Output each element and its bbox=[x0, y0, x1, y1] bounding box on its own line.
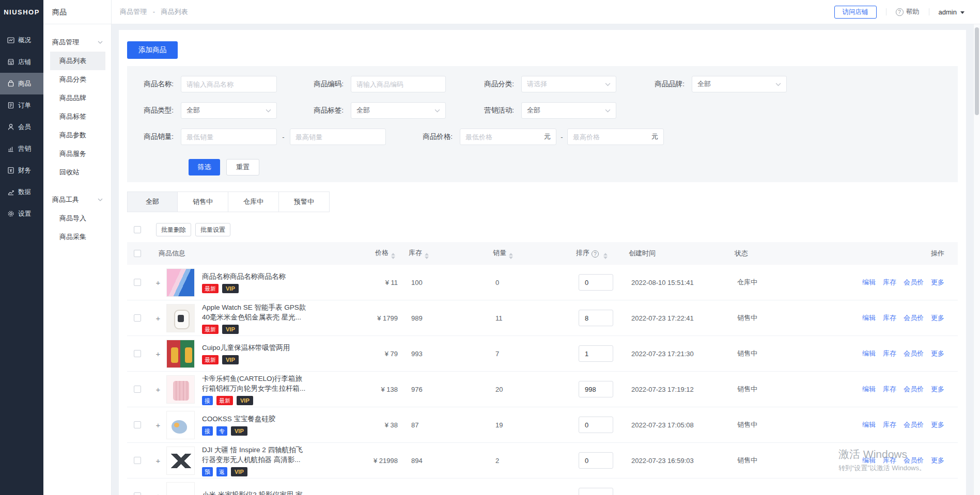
product-image[interactable] bbox=[166, 375, 195, 404]
product-image[interactable] bbox=[166, 268, 195, 297]
member-price-link[interactable]: 会员价 bbox=[904, 314, 924, 322]
sort-sorter[interactable] bbox=[603, 253, 608, 259]
sort-help-icon[interactable]: ? bbox=[592, 250, 599, 258]
edit-link[interactable]: 编辑 bbox=[862, 421, 876, 428]
visit-shop-button[interactable]: 访问店铺 bbox=[834, 6, 877, 19]
row-checkbox[interactable] bbox=[134, 457, 141, 464]
sidebar-item-goods-list[interactable]: 商品列表 bbox=[50, 52, 105, 70]
edit-link[interactable]: 编辑 bbox=[862, 385, 876, 393]
stock-sorter[interactable] bbox=[425, 253, 429, 259]
filter-reset-button[interactable]: 重置 bbox=[226, 159, 259, 175]
tag-select[interactable]: 全部 bbox=[351, 102, 446, 119]
rail-item-data[interactable]: 数据 bbox=[0, 181, 43, 203]
stock-link[interactable]: 库存 bbox=[883, 278, 896, 286]
member-price-link[interactable]: 会员价 bbox=[904, 385, 924, 393]
stock-link[interactable]: 库存 bbox=[883, 421, 896, 428]
submenu-group-goods-tools[interactable]: 商品工具 bbox=[43, 190, 111, 209]
sidebar-item-goods-category[interactable]: 商品分类 bbox=[50, 70, 105, 89]
product-image[interactable] bbox=[166, 482, 195, 495]
type-select[interactable]: 全部 bbox=[181, 102, 277, 119]
edit-link[interactable]: 编辑 bbox=[862, 314, 876, 322]
stock-link[interactable]: 库存 bbox=[883, 349, 896, 357]
brand-select[interactable]: 全部 bbox=[692, 76, 787, 92]
sidebar-item-goods-params[interactable]: 商品参数 bbox=[50, 126, 105, 145]
sidebar-item-goods-brand[interactable]: 商品品牌 bbox=[50, 89, 105, 107]
user-menu[interactable]: admin bbox=[939, 8, 965, 16]
filter-submit-button[interactable]: 筛选 bbox=[189, 159, 220, 175]
edit-link[interactable]: 编辑 bbox=[862, 456, 876, 464]
row-checkbox[interactable] bbox=[134, 421, 141, 428]
expand-toggle[interactable]: + bbox=[156, 349, 161, 358]
tab-in-warehouse[interactable]: 仓库中 bbox=[228, 191, 279, 212]
expand-toggle[interactable]: + bbox=[156, 278, 161, 287]
product-code-input[interactable] bbox=[351, 76, 446, 92]
product-title-line2[interactable]: 40毫米米金色铝金属表壳 星光... bbox=[202, 312, 350, 322]
sidebar-item-goods-tag[interactable]: 商品标签 bbox=[50, 107, 105, 126]
rail-item-members[interactable]: 会员 bbox=[0, 116, 43, 138]
sidebar-item-goods-import[interactable]: 商品导入 bbox=[50, 209, 105, 228]
expand-toggle[interactable]: + bbox=[156, 421, 161, 429]
product-image[interactable] bbox=[166, 411, 195, 439]
product-title[interactable]: Apple Watch SE 智能手表 GPS款 bbox=[202, 302, 350, 312]
member-price-link[interactable]: 会员价 bbox=[904, 349, 924, 357]
price-min-input[interactable] bbox=[460, 129, 556, 145]
expand-toggle[interactable]: + bbox=[156, 456, 161, 465]
price-sorter[interactable] bbox=[391, 253, 395, 259]
stock-link[interactable]: 库存 bbox=[883, 385, 896, 393]
expand-toggle[interactable]: + bbox=[156, 314, 161, 323]
product-image[interactable] bbox=[166, 304, 195, 332]
edit-link[interactable]: 编辑 bbox=[862, 349, 876, 357]
more-link[interactable]: 更多 bbox=[931, 349, 944, 357]
sort-input[interactable] bbox=[579, 417, 613, 433]
tab-warning[interactable]: 预警中 bbox=[279, 191, 330, 212]
member-price-link[interactable]: 会员价 bbox=[904, 421, 924, 428]
product-title[interactable]: DJI 大疆 悟 Inspire 2 四轴航拍飞 bbox=[202, 445, 350, 455]
submenu-group-goods-manage[interactable]: 商品管理 bbox=[43, 33, 111, 52]
batch-setting-button[interactable]: 批量设置 bbox=[195, 223, 230, 236]
sidebar-item-recycle-bin[interactable]: 回收站 bbox=[50, 163, 105, 182]
stock-link[interactable]: 库存 bbox=[883, 314, 896, 322]
activity-select[interactable]: 全部 bbox=[521, 102, 616, 119]
expand-toggle[interactable]: + bbox=[156, 492, 161, 495]
sort-input[interactable] bbox=[579, 381, 613, 397]
add-product-button[interactable]: 添加商品 bbox=[127, 41, 178, 59]
sort-input[interactable] bbox=[579, 274, 613, 291]
sales-max-input[interactable] bbox=[290, 129, 386, 145]
row-checkbox[interactable] bbox=[134, 314, 141, 322]
member-price-link[interactable]: 会员价 bbox=[904, 456, 924, 464]
more-link[interactable]: 更多 bbox=[931, 456, 944, 464]
rail-item-goods[interactable]: 商品 bbox=[0, 73, 43, 94]
row-checkbox[interactable] bbox=[134, 492, 141, 495]
rail-item-finance[interactable]: 财务 bbox=[0, 159, 43, 181]
category-select[interactable]: 请选择 bbox=[521, 76, 616, 92]
breadcrumb-parent[interactable]: 商品管理 bbox=[120, 8, 147, 15]
more-link[interactable]: 更多 bbox=[931, 421, 944, 428]
member-price-link[interactable]: 会员价 bbox=[904, 278, 924, 286]
row-checkbox[interactable] bbox=[134, 386, 141, 393]
product-title[interactable]: Cuipo儿童保温杯带吸管两用 bbox=[202, 343, 350, 353]
edit-link[interactable]: 编辑 bbox=[862, 278, 876, 286]
sort-input[interactable] bbox=[579, 345, 613, 362]
product-image[interactable] bbox=[166, 340, 195, 368]
price-max-input[interactable] bbox=[567, 129, 664, 145]
expand-toggle[interactable]: + bbox=[156, 385, 161, 394]
product-title-line2[interactable]: 行器变形无人机航拍器 高清影... bbox=[202, 455, 350, 465]
product-title[interactable]: COOKSS 宝宝餐盘硅胶 bbox=[202, 414, 350, 424]
rail-item-orders[interactable]: 订单 bbox=[0, 94, 43, 116]
row-checkbox[interactable] bbox=[134, 279, 141, 286]
select-all-checkbox[interactable] bbox=[134, 226, 141, 233]
more-link[interactable]: 更多 bbox=[931, 278, 944, 286]
sidebar-item-goods-collect[interactable]: 商品采集 bbox=[50, 228, 105, 246]
product-title[interactable]: 卡帝乐鳄鱼(CARTELO)行李箱旅 bbox=[202, 374, 350, 384]
product-title[interactable]: 商品名称商品名称商品名称 bbox=[202, 272, 350, 281]
rail-item-shop[interactable]: 店铺 bbox=[0, 51, 43, 73]
batch-delete-button[interactable]: 批量删除 bbox=[156, 223, 191, 236]
sales-min-input[interactable] bbox=[181, 129, 277, 145]
rail-item-settings[interactable]: 设置 bbox=[0, 203, 43, 225]
sort-input[interactable] bbox=[579, 310, 613, 326]
more-link[interactable]: 更多 bbox=[931, 314, 944, 322]
row-checkbox[interactable] bbox=[134, 350, 141, 357]
product-title[interactable]: 小米 米家投影仪2 投影仪家用 家 bbox=[202, 490, 350, 495]
sales-sorter[interactable] bbox=[509, 253, 513, 259]
sidebar-item-goods-service[interactable]: 商品服务 bbox=[50, 145, 105, 163]
